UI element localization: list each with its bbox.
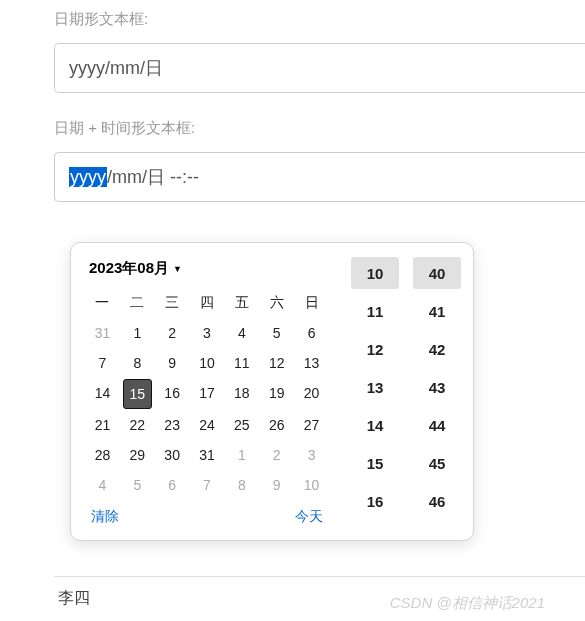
calendar-panel: 2023年08月 ▼ 一二三四五六日3112345678910111213141…	[77, 249, 337, 534]
time-panel: 10111213141516 40414243444546	[337, 249, 467, 534]
minute-option[interactable]: 44	[413, 409, 461, 441]
calendar-day[interactable]: 15	[123, 379, 152, 409]
minutes-column[interactable]: 40414243444546	[413, 257, 461, 526]
calendar-header: 2023年08月 ▼	[85, 259, 329, 278]
minute-option[interactable]: 41	[413, 295, 461, 327]
calendar-day[interactable]: 7	[193, 471, 222, 499]
calendar-day[interactable]: 2	[262, 441, 291, 469]
calendar-day[interactable]: 22	[123, 411, 152, 439]
month-nav	[311, 260, 325, 278]
datetime-field-label: 日期 + 时间形文本框:	[54, 119, 585, 138]
calendar-day[interactable]: 26	[262, 411, 291, 439]
date-field-label: 日期形文本框:	[54, 10, 585, 29]
calendar-day[interactable]: 8	[227, 471, 256, 499]
divider	[54, 576, 585, 577]
calendar-day[interactable]: 9	[158, 349, 187, 377]
calendar-day[interactable]: 11	[227, 349, 256, 377]
calendar-day[interactable]: 18	[227, 379, 256, 409]
calendar-day[interactable]: 8	[123, 349, 152, 377]
minute-option[interactable]: 45	[413, 447, 461, 479]
hour-option[interactable]: 11	[351, 295, 399, 327]
calendar-day[interactable]: 10	[193, 349, 222, 377]
calendar-day[interactable]: 16	[158, 379, 187, 409]
calendar-day[interactable]: 19	[262, 379, 291, 409]
calendar-day[interactable]: 4	[88, 471, 117, 499]
calendar-day[interactable]: 1	[123, 319, 152, 347]
calendar-day[interactable]: 4	[227, 319, 256, 347]
hour-option[interactable]: 16	[351, 485, 399, 517]
date-input-value: yyyy/mm/日	[69, 58, 163, 78]
hour-option[interactable]: 15	[351, 447, 399, 479]
calendar-day[interactable]: 20	[297, 379, 326, 409]
datetime-rest-segment: /mm/日 --:--	[107, 167, 199, 187]
datetime-picker: 2023年08月 ▼ 一二三四五六日3112345678910111213141…	[70, 242, 474, 541]
calendar-day[interactable]: 3	[193, 319, 222, 347]
hour-option[interactable]: 13	[351, 371, 399, 403]
watermark: CSDN @相信神话2021	[390, 594, 545, 613]
hours-column[interactable]: 10111213141516	[351, 257, 399, 526]
weekday-header: 日	[294, 288, 329, 318]
calendar-day[interactable]: 24	[193, 411, 222, 439]
minute-option[interactable]: 46	[413, 485, 461, 517]
background-row-text: 李四	[58, 588, 90, 609]
hour-option[interactable]: 14	[351, 409, 399, 441]
weekday-header: 四	[190, 288, 225, 318]
calendar-day[interactable]: 7	[88, 349, 117, 377]
weekday-header: 一	[85, 288, 120, 318]
calendar-day[interactable]: 10	[297, 471, 326, 499]
minute-option[interactable]: 40	[413, 257, 461, 289]
calendar-day[interactable]: 17	[193, 379, 222, 409]
hour-option[interactable]: 10	[351, 257, 399, 289]
calendar-day[interactable]: 2	[158, 319, 187, 347]
weekday-header: 六	[259, 288, 294, 318]
calendar-day[interactable]: 31	[193, 441, 222, 469]
calendar-day[interactable]: 5	[262, 319, 291, 347]
calendar-day[interactable]: 23	[158, 411, 187, 439]
datetime-input[interactable]: yyyy/mm/日 --:--	[54, 152, 585, 202]
hour-option[interactable]: 12	[351, 333, 399, 365]
calendar-day[interactable]: 6	[158, 471, 187, 499]
caret-down-icon: ▼	[173, 264, 182, 274]
calendar-day[interactable]: 12	[262, 349, 291, 377]
calendar-day[interactable]: 25	[227, 411, 256, 439]
calendar-day[interactable]: 6	[297, 319, 326, 347]
calendar-day[interactable]: 21	[88, 411, 117, 439]
month-select-button[interactable]: 2023年08月 ▼	[89, 259, 182, 278]
datetime-year-segment[interactable]: yyyy	[69, 167, 107, 187]
weekday-header: 五	[224, 288, 259, 318]
calendar-day[interactable]: 14	[88, 379, 117, 409]
calendar-day[interactable]: 5	[123, 471, 152, 499]
calendar-day[interactable]: 27	[297, 411, 326, 439]
calendar-day[interactable]: 31	[88, 319, 117, 347]
calendar-day[interactable]: 3	[297, 441, 326, 469]
calendar-day[interactable]: 1	[227, 441, 256, 469]
date-input[interactable]: yyyy/mm/日	[54, 43, 585, 93]
weekday-header: 三	[155, 288, 190, 318]
month-label: 2023年08月	[89, 259, 169, 278]
calendar-day[interactable]: 29	[123, 441, 152, 469]
calendar-day[interactable]: 28	[88, 441, 117, 469]
minute-option[interactable]: 43	[413, 371, 461, 403]
calendar-day[interactable]: 13	[297, 349, 326, 377]
clear-button[interactable]: 清除	[91, 508, 119, 526]
calendar-day[interactable]: 30	[158, 441, 187, 469]
calendar-grid: 一二三四五六日311234567891011121314151617181920…	[85, 288, 329, 500]
today-button[interactable]: 今天	[295, 508, 323, 526]
weekday-header: 二	[120, 288, 155, 318]
calendar-day[interactable]: 9	[262, 471, 291, 499]
minute-option[interactable]: 42	[413, 333, 461, 365]
calendar-footer: 清除 今天	[85, 500, 329, 528]
